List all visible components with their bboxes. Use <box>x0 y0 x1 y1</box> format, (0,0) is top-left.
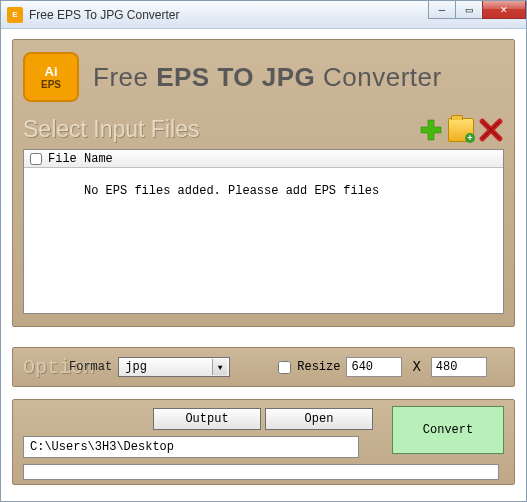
select-all-checkbox[interactable] <box>30 153 42 165</box>
output-panel: Output Open Convert C:\Users\3H3\Desktop <box>12 399 515 485</box>
column-filename: File Name <box>48 152 113 166</box>
file-list-body: No EPS files added. Pleasse add EPS file… <box>24 168 503 198</box>
output-path-value: C:\Users\3H3\Desktop <box>30 440 174 454</box>
minimize-button[interactable]: ─ <box>428 1 456 19</box>
file-action-icons <box>418 117 504 143</box>
options-panel: Option Format jpg ▼ Resize X <box>12 347 515 387</box>
folder-icon <box>448 118 474 142</box>
app-logo: Ai EPS <box>23 52 79 102</box>
maximize-button[interactable]: ▭ <box>455 1 483 19</box>
title-part1: Free <box>93 62 156 92</box>
file-list[interactable]: File Name No EPS files added. Pleasse ad… <box>23 149 504 314</box>
empty-message: No EPS files added. Pleasse add EPS file… <box>84 184 379 198</box>
convert-button[interactable]: Convert <box>392 406 504 454</box>
title-part2: EPS TO JPG <box>156 62 315 92</box>
main-panel: Ai EPS Free EPS TO JPG Converter Select … <box>12 39 515 327</box>
plus-icon <box>419 118 443 142</box>
application-window: E Free EPS To JPG Converter ─ ▭ ✕ Ai EPS… <box>0 0 527 502</box>
height-input[interactable] <box>431 357 487 377</box>
title-part3: Converter <box>315 62 441 92</box>
section-header: Select Input Files <box>23 116 504 143</box>
window-controls: ─ ▭ ✕ <box>429 1 526 19</box>
format-select[interactable]: jpg ▼ <box>118 357 230 377</box>
add-folder-button[interactable] <box>448 117 474 143</box>
content-area: Ai EPS Free EPS TO JPG Converter Select … <box>1 29 526 495</box>
chevron-down-icon: ▼ <box>212 359 227 375</box>
dimension-x: X <box>412 359 420 375</box>
resize-group: Resize X <box>278 357 487 377</box>
logo-text-top: Ai <box>45 65 58 78</box>
app-icon: E <box>7 7 23 23</box>
app-title: Free EPS TO JPG Converter <box>93 62 442 93</box>
format-value: jpg <box>125 360 147 374</box>
open-button[interactable]: Open <box>265 408 373 430</box>
logo-text-bottom: EPS <box>41 80 61 90</box>
output-path-field[interactable]: C:\Users\3H3\Desktop <box>23 436 359 458</box>
add-file-button[interactable] <box>418 117 444 143</box>
remove-icon <box>478 117 504 143</box>
progress-bar <box>23 464 499 480</box>
header-row: Ai EPS Free EPS TO JPG Converter <box>23 48 504 112</box>
select-files-label: Select Input Files <box>23 116 199 143</box>
width-input[interactable] <box>346 357 402 377</box>
close-button[interactable]: ✕ <box>482 1 526 19</box>
titlebar[interactable]: E Free EPS To JPG Converter ─ ▭ ✕ <box>1 1 526 29</box>
window-title: Free EPS To JPG Converter <box>29 8 180 22</box>
resize-label: Resize <box>297 360 340 374</box>
file-list-header[interactable]: File Name <box>24 150 503 168</box>
output-button[interactable]: Output <box>153 408 261 430</box>
format-group: Format jpg ▼ <box>69 357 230 377</box>
format-label: Format <box>69 360 112 374</box>
resize-checkbox[interactable] <box>278 361 291 374</box>
remove-file-button[interactable] <box>478 117 504 143</box>
